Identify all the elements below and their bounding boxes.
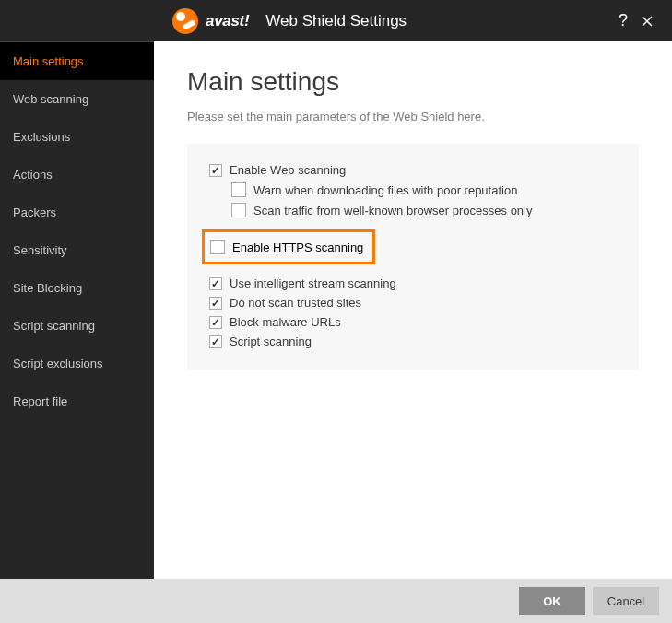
option-label: Warn when downloading files with poor re… <box>253 183 517 197</box>
option-label: Use intelligent stream scanning <box>230 276 396 290</box>
option-label: Block malware URLs <box>230 315 341 329</box>
option-warn-poor-reputation[interactable]: Warn when downloading files with poor re… <box>209 180 617 200</box>
option-label: Do not scan trusted sites <box>230 296 361 310</box>
option-label: Enable Web scanning <box>230 163 346 177</box>
sidebar-item-script-exclusions[interactable]: Script exclusions <box>0 345 154 382</box>
page-description: Please set the main parameters of the We… <box>187 110 639 123</box>
option-do-not-scan-trusted[interactable]: Do not scan trusted sites <box>209 293 617 312</box>
option-enable-https-scanning-highlight: Enable HTTPS scanning <box>202 229 375 264</box>
sidebar-item-script-scanning[interactable]: Script scanning <box>0 307 154 345</box>
sidebar-item-report-file[interactable]: Report file <box>0 382 154 420</box>
option-label: Script scanning <box>230 335 312 348</box>
sidebar-item-actions[interactable]: Actions <box>0 156 154 194</box>
option-intelligent-stream[interactable]: Use intelligent stream scanning <box>209 274 617 293</box>
sidebar-item-packers[interactable]: Packers <box>0 194 154 231</box>
titlebar-sidebar-spacer <box>0 0 154 41</box>
avast-logo-icon <box>172 8 198 34</box>
checkbox-icon[interactable] <box>209 316 222 329</box>
option-label: Scan traffic from well-known browser pro… <box>253 204 533 217</box>
checkbox-icon[interactable] <box>209 297 222 310</box>
sidebar: Main settings Web scanning Exclusions Ac… <box>0 41 154 579</box>
page-title: Main settings <box>187 67 639 97</box>
checkbox-icon[interactable] <box>209 277 222 290</box>
sidebar-item-sensitivity[interactable]: Sensitivity <box>0 231 154 269</box>
checkbox-icon[interactable] <box>210 240 225 254</box>
sidebar-item-main-settings[interactable]: Main settings <box>0 41 154 80</box>
ok-button[interactable]: OK <box>519 587 585 615</box>
help-icon[interactable]: ? <box>611 9 635 33</box>
content-area: Main settings Please set the main parame… <box>154 41 672 579</box>
sidebar-item-exclusions[interactable]: Exclusions <box>0 118 154 156</box>
close-icon[interactable] <box>635 9 659 33</box>
sidebar-item-web-scanning[interactable]: Web scanning <box>0 80 154 118</box>
checkbox-icon[interactable] <box>209 335 222 348</box>
settings-panel: Enable Web scanning Warn when downloadin… <box>187 144 639 370</box>
brand-text: avast! <box>206 12 249 30</box>
checkbox-icon[interactable] <box>231 182 246 197</box>
option-scan-known-browser[interactable]: Scan traffic from well-known browser pro… <box>209 200 617 220</box>
option-label: Enable HTTPS scanning <box>232 241 363 254</box>
checkbox-icon[interactable] <box>209 164 222 177</box>
option-enable-web-scanning[interactable]: Enable Web scanning <box>209 160 617 180</box>
footer: OK Cancel <box>0 579 672 623</box>
option-block-malware-urls[interactable]: Block malware URLs <box>209 312 617 332</box>
option-script-scanning[interactable]: Script scanning <box>209 332 617 351</box>
titlebar: avast! Web Shield Settings ? <box>0 0 672 41</box>
sidebar-item-site-blocking[interactable]: Site Blocking <box>0 269 154 307</box>
checkbox-icon[interactable] <box>231 203 246 217</box>
logo-wrap: avast! Web Shield Settings <box>172 8 407 34</box>
window-title: Web Shield Settings <box>265 12 407 30</box>
cancel-button[interactable]: Cancel <box>593 587 659 615</box>
